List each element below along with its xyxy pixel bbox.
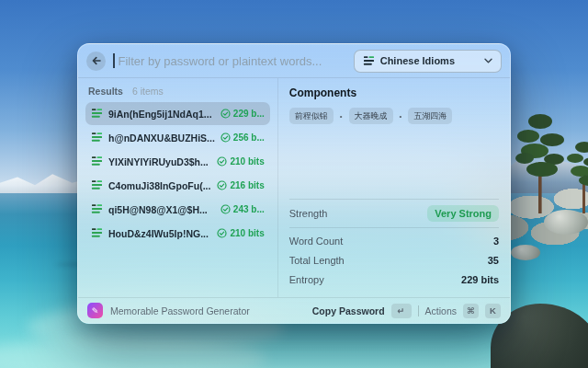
entropy-badge: 210 bits (217, 228, 264, 238)
password-text: h@nDANXU&BUZHiS... (108, 132, 215, 144)
entropy-bits: 229 b... (233, 109, 265, 119)
tag-separator: • (400, 112, 402, 121)
arrow-left-icon (91, 55, 102, 66)
stat-row: Entropy 229 bits (289, 271, 499, 288)
wordlist-dropdown-label: Chinese Idioms (380, 55, 455, 66)
check-circle-icon (220, 204, 231, 214)
check-circle-icon (217, 156, 227, 167)
check-circle-icon (217, 228, 227, 238)
actions-button[interactable]: Actions (425, 305, 457, 316)
password-row[interactable]: qi5H@N98@X1@$H... 243 b... (85, 198, 270, 221)
results-header: Results 6 items (85, 78, 270, 102)
stat-label: Entropy (289, 274, 324, 285)
entropy-bits: 216 bits (230, 180, 264, 190)
component-tag: 前程似锦 (289, 108, 334, 124)
results-title: Results (88, 86, 123, 97)
stat-label: Total Length (289, 255, 345, 266)
check-circle-icon (220, 109, 231, 119)
results-panel: Results 6 items 9iAn(hEng5ij1NdAq1... 22… (78, 78, 278, 297)
entropy-badge: 229 b... (220, 109, 265, 119)
strength-badge: Very Strong (427, 205, 499, 222)
search-bar: Chinese Idioms (78, 44, 510, 78)
password-list: 9iAn(hEng5ij1NdAq1... 229 b... h@nDANXU&… (85, 102, 270, 245)
check-circle-icon (217, 180, 227, 190)
component-tag: 五湖四海 (408, 108, 452, 124)
word-list-icon (91, 108, 103, 120)
entropy-bits: 243 b... (233, 204, 265, 214)
stat-label: Word Count (289, 236, 344, 247)
password-text: 9iAn(hEng5ij1NdAq1... (108, 109, 215, 120)
footer-app: ✎ Memorable Password Generator (87, 303, 250, 318)
check-circle-icon (220, 132, 231, 143)
search-input[interactable] (119, 54, 346, 68)
results-count: 6 items (132, 86, 164, 97)
chevron-down-icon (484, 58, 492, 63)
wordlist-dropdown[interactable]: Chinese Idioms (354, 50, 502, 73)
word-list-icon (91, 155, 103, 167)
password-row[interactable]: h@nDANXU&BUZHiS... 256 b... (85, 126, 270, 149)
boulder-in-water (511, 245, 540, 260)
components-section: Components 前程似锦 • 大器晚成 • 五湖四海 (289, 78, 499, 199)
pine-tree-small (562, 138, 588, 215)
main-content: Results 6 items 9iAn(hEng5ij1NdAq1... 22… (78, 78, 510, 297)
entropy-badge: 243 b... (220, 204, 265, 214)
boulder-in-water (544, 210, 588, 235)
stat-value: 3 (493, 236, 499, 247)
entropy-badge: 216 bits (217, 180, 264, 190)
stat-row: Word Count 3 (289, 233, 499, 249)
entropy-badge: 256 b... (220, 132, 265, 143)
strength-row: Strength Very Strong (289, 200, 499, 227)
stat-value: 35 (488, 255, 499, 266)
component-tags: 前程似锦 • 大器晚成 • 五湖四海 (289, 108, 499, 124)
entropy-bits: 210 bits (230, 156, 264, 167)
word-list-icon (91, 132, 103, 144)
word-list-icon (91, 179, 103, 191)
strength-label: Strength (289, 208, 328, 219)
entropy-badge: 210 bits (217, 156, 264, 167)
divider (418, 305, 419, 316)
tag-separator: • (340, 112, 343, 121)
app-name: Memorable Password Generator (110, 305, 250, 316)
word-list-icon (91, 203, 103, 215)
word-list-icon (363, 55, 375, 67)
entropy-bits: 256 b... (233, 132, 265, 143)
footer-bar: ✎ Memorable Password Generator Copy Pass… (78, 297, 510, 323)
word-list-icon (91, 227, 103, 239)
k-keycap[interactable]: K (485, 304, 501, 318)
return-keycap[interactable]: ↵ (391, 304, 412, 318)
password-row[interactable]: HouD&z4IWu5Ip!NG... 210 bits (85, 222, 270, 245)
app-icon: ✎ (87, 303, 103, 318)
password-row[interactable]: C4omuJi38InGpoFu(... 216 bits (85, 174, 270, 197)
stats-list: Word Count 3 Total Length 35 Entropy 229… (289, 228, 499, 297)
password-text: C4omuJi38InGpoFu(... (108, 180, 211, 191)
back-button[interactable] (86, 52, 106, 71)
password-text: YIXiNYIYiRUyuD3$h... (108, 156, 211, 167)
detail-panel: Components 前程似锦 • 大器晚成 • 五湖四海 Strength V… (278, 78, 510, 297)
footer-actions: Copy Password ↵ Actions ⌘ K (312, 304, 501, 318)
password-text: HouD&z4IWu5Ip!NG... (108, 228, 211, 239)
copy-password-button[interactable]: Copy Password (312, 305, 385, 316)
components-title: Components (289, 86, 499, 99)
component-tag: 大器晚成 (349, 108, 393, 124)
entropy-bits: 210 bits (230, 228, 264, 238)
stat-value: 229 bits (461, 274, 499, 285)
stat-row: Total Length 35 (289, 252, 499, 269)
password-row[interactable]: 9iAn(hEng5ij1NdAq1... 229 b... (85, 102, 270, 125)
password-text: qi5H@N98@X1@$H... (108, 204, 215, 215)
password-generator-window: Chinese Idioms Results 6 items 9iAn(hEng… (77, 43, 511, 324)
password-row[interactable]: YIXiNYIYiRUyuD3$h... 210 bits (85, 150, 270, 173)
command-keycap[interactable]: ⌘ (463, 304, 479, 318)
text-cursor (113, 53, 115, 68)
